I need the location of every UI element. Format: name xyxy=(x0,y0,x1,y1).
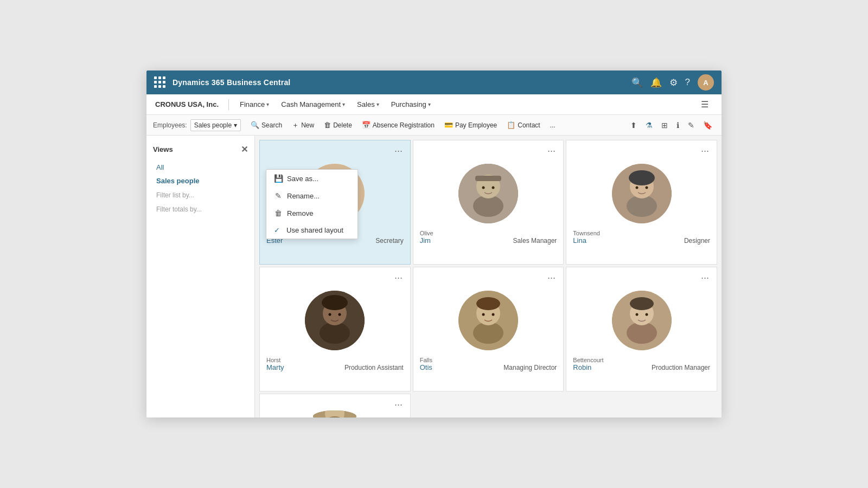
app-window: Dynamics 365 Business Central 🔍 🔔 ⚙ ? A … xyxy=(146,70,722,418)
notification-icon[interactable]: 🔔 xyxy=(650,77,662,88)
card-last-name-bettencourt: Bettencourt xyxy=(573,357,603,363)
apps-grid-icon xyxy=(154,76,166,88)
employee-card-falls[interactable]: ⋯ Falls Otis Ma xyxy=(413,267,564,391)
user-avatar[interactable]: A xyxy=(698,74,714,91)
avatar-svg-bettencourt xyxy=(612,291,672,350)
menu-item-sales[interactable]: Sales ▾ xyxy=(352,97,385,112)
svg-point-36 xyxy=(635,313,638,316)
action-bar: Employees: Sales people ▾ 🔍 Search ＋ New… xyxy=(146,115,722,136)
svg-point-18 xyxy=(635,186,638,189)
card-first-name-townsend[interactable]: Lina xyxy=(573,236,586,245)
sidebar-filter-list[interactable]: Filter list by... xyxy=(153,188,248,202)
card-role-falls: Managing Director xyxy=(503,364,557,371)
breadcrumb-select[interactable]: Sales people ▾ xyxy=(190,119,241,131)
card-first-name-bettencourt[interactable]: Robin xyxy=(573,363,591,371)
avatar-townsend xyxy=(612,164,672,223)
sidebar-filter-totals[interactable]: Filter totals by... xyxy=(153,202,248,216)
avatar-svg-partial xyxy=(313,410,356,418)
menu-item-purchasing[interactable]: Purchasing ▾ xyxy=(386,97,436,112)
sidebar-close-button[interactable]: ✕ xyxy=(241,144,248,155)
bookmark-icon-btn[interactable]: 🔖 xyxy=(700,119,715,131)
employee-card-olive[interactable]: ⋯ Olive Jim xyxy=(413,140,564,265)
app-title: Dynamics 365 Business Central xyxy=(173,78,290,87)
svg-point-11 xyxy=(482,186,484,189)
avatar-horst xyxy=(305,291,365,350)
pay-employee-button[interactable]: 💳 Pay Employee xyxy=(440,119,501,131)
new-button[interactable]: ＋ New xyxy=(288,118,318,132)
search-icon: 🔍 xyxy=(251,121,259,129)
menu-item-finance[interactable]: Finance ▾ xyxy=(234,97,275,112)
chevron-down-icon: ▾ xyxy=(266,101,269,107)
card-menu-button-henderson[interactable]: ⋯ xyxy=(391,145,406,157)
sidebar-item-all[interactable]: All xyxy=(153,161,248,174)
context-menu: 💾 Save as... ✎ Rename... 🗑 Remove ✓ Use … xyxy=(266,169,358,239)
chevron-down-icon: ▾ xyxy=(376,101,379,107)
company-name: CRONUS USA, Inc. xyxy=(155,100,219,108)
search-icon[interactable]: 🔍 xyxy=(631,77,643,88)
svg-point-31 xyxy=(492,313,494,316)
card-menu-button-townsend[interactable]: ⋯ xyxy=(698,145,712,157)
contact-button[interactable]: 📋 Contact xyxy=(502,119,544,131)
context-menu-item-use-shared-layout[interactable]: ✓ Use shared layout xyxy=(266,222,358,239)
employee-card-bettencourt[interactable]: ⋯ Bettencourt Robin xyxy=(566,267,717,391)
search-button[interactable]: 🔍 Search xyxy=(246,119,286,131)
card-last-name-townsend: Townsend xyxy=(573,230,600,236)
employee-card-partial[interactable]: ⋯ xyxy=(259,394,411,418)
absence-registration-button[interactable]: 📅 Absence Registration xyxy=(358,119,439,131)
sidebar-item-sales-people[interactable]: Sales people xyxy=(153,175,248,187)
save-as-icon: 💾 xyxy=(274,174,283,183)
card-first-name-falls[interactable]: Otis xyxy=(420,363,432,371)
sidebar-title: Views ✕ xyxy=(153,144,248,155)
main-content: Views ✕ All Sales people Filter list by.… xyxy=(146,136,722,418)
svg-point-25 xyxy=(339,313,341,316)
card-first-name-olive[interactable]: Jim xyxy=(420,236,431,245)
card-menu-button-partial[interactable]: ⋯ xyxy=(391,399,406,410)
avatar-falls xyxy=(458,291,518,350)
grid-menu-button[interactable] xyxy=(154,76,166,88)
info-icon-btn[interactable]: ℹ xyxy=(674,119,682,131)
card-info-horst: Horst Marty Production Assistant xyxy=(266,357,404,371)
card-first-name-horst[interactable]: Marty xyxy=(266,363,284,371)
context-menu-item-rename[interactable]: ✎ Rename... xyxy=(266,187,358,204)
context-menu-item-remove[interactable]: 🗑 Remove xyxy=(266,204,358,222)
svg-point-19 xyxy=(645,186,648,189)
avatar-svg-townsend xyxy=(612,164,672,223)
columns-icon-btn[interactable]: ⊞ xyxy=(659,119,671,131)
settings-icon[interactable]: ⚙ xyxy=(669,77,678,88)
employee-card-townsend[interactable]: ⋯ Townsend Lina xyxy=(566,140,717,265)
card-menu-button-olive[interactable]: ⋯ xyxy=(544,145,559,157)
menu-item-cash-management[interactable]: Cash Management ▾ xyxy=(276,97,350,112)
card-last-name-olive: Olive xyxy=(420,230,433,236)
top-nav: Dynamics 365 Business Central 🔍 🔔 ⚙ ? A xyxy=(146,70,722,94)
rename-icon: ✎ xyxy=(274,191,283,200)
svg-point-29 xyxy=(476,297,500,310)
breadcrumb-label: Employees: xyxy=(153,121,187,129)
help-icon[interactable]: ? xyxy=(685,77,690,88)
remove-icon: 🗑 xyxy=(274,209,283,217)
more-button[interactable]: ... xyxy=(546,119,560,131)
employee-card-horst[interactable]: ⋯ Horst Marty P xyxy=(259,267,411,391)
chevron-down-icon: ▾ xyxy=(428,101,431,107)
hamburger-menu-button[interactable]: ☰ xyxy=(697,97,713,112)
svg-rect-13 xyxy=(475,176,501,181)
card-menu-button-horst[interactable]: ⋯ xyxy=(391,272,406,284)
svg-point-12 xyxy=(492,186,494,189)
avatar-svg-horst xyxy=(305,291,365,350)
card-menu-button-bettencourt[interactable]: ⋯ xyxy=(698,272,712,284)
delete-button[interactable]: 🗑 Delete xyxy=(320,119,356,131)
share-icon-btn[interactable]: ⬆ xyxy=(628,119,640,131)
card-info-olive: Olive Jim Sales Manager xyxy=(420,230,557,245)
context-menu-item-save-as[interactable]: 💾 Save as... xyxy=(266,170,358,187)
card-role-henderson: Secretary xyxy=(375,237,403,245)
filter-icon-btn[interactable]: ⚗ xyxy=(643,119,655,131)
card-menu-button-falls[interactable]: ⋯ xyxy=(544,272,559,284)
checkmark-icon: ✓ xyxy=(274,226,280,234)
contact-icon: 📋 xyxy=(507,121,515,129)
menu-divider xyxy=(228,99,229,110)
top-nav-icons: 🔍 🔔 ⚙ ? A xyxy=(631,74,714,91)
menu-items: Finance ▾ Cash Management ▾ Sales ▾ Purc… xyxy=(234,97,436,112)
svg-point-35 xyxy=(630,297,654,310)
card-role-olive: Sales Manager xyxy=(513,237,557,245)
edit-icon-btn[interactable]: ✎ xyxy=(685,119,697,131)
card-last-name-horst: Horst xyxy=(266,357,280,363)
